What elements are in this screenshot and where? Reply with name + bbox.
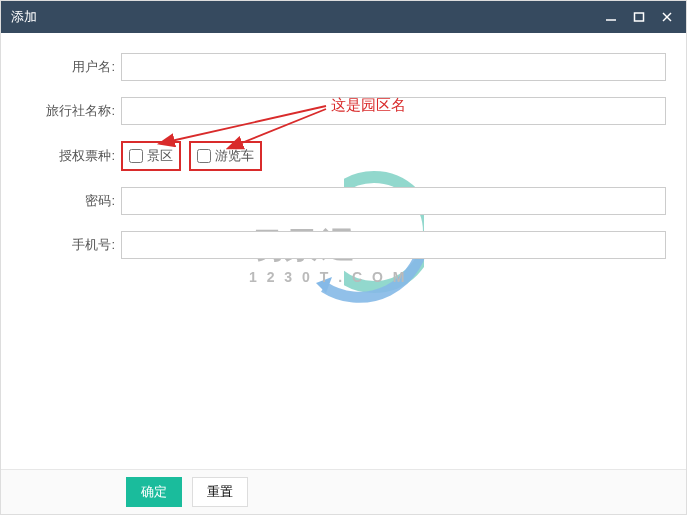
- row-ticket: 授权票种: 景区 游览车: [21, 141, 666, 171]
- window-controls: [602, 8, 676, 26]
- row-password: 密码:: [21, 187, 666, 215]
- form-area: 用户名: 旅行社名称: 授权票种: 景区 游览车 密码: 手机号:: [1, 33, 686, 259]
- phone-label: 手机号:: [21, 236, 121, 254]
- phone-input[interactable]: [121, 231, 666, 259]
- username-input[interactable]: [121, 53, 666, 81]
- ticket-checkbox-tourbus[interactable]: [197, 149, 211, 163]
- annotation-text: 这是园区名: [331, 96, 406, 115]
- row-phone: 手机号:: [21, 231, 666, 259]
- ticket-label: 授权票种:: [21, 147, 121, 165]
- ticket-option-scenic[interactable]: 景区: [121, 141, 181, 171]
- password-label: 密码:: [21, 192, 121, 210]
- ticket-checkbox-tourbus-label: 游览车: [215, 147, 254, 165]
- titlebar: 添加: [1, 1, 686, 33]
- row-username: 用户名:: [21, 53, 666, 81]
- close-button[interactable]: [658, 8, 676, 26]
- svg-rect-1: [635, 13, 644, 21]
- reset-button[interactable]: 重置: [192, 477, 248, 507]
- minimize-button[interactable]: [602, 8, 620, 26]
- window-title: 添加: [11, 8, 602, 26]
- ticket-options: 景区 游览车: [121, 141, 666, 171]
- ok-button[interactable]: 确定: [126, 477, 182, 507]
- agency-label: 旅行社名称:: [21, 102, 121, 120]
- ticket-checkbox-scenic[interactable]: [129, 149, 143, 163]
- ticket-option-tourbus[interactable]: 游览车: [189, 141, 262, 171]
- button-bar: 确定 重置: [1, 469, 686, 514]
- watermark-site: 1 2 3 0 T . C O M: [249, 269, 407, 285]
- maximize-button[interactable]: [630, 8, 648, 26]
- username-label: 用户名:: [21, 58, 121, 76]
- password-input[interactable]: [121, 187, 666, 215]
- ticket-checkbox-scenic-label: 景区: [147, 147, 173, 165]
